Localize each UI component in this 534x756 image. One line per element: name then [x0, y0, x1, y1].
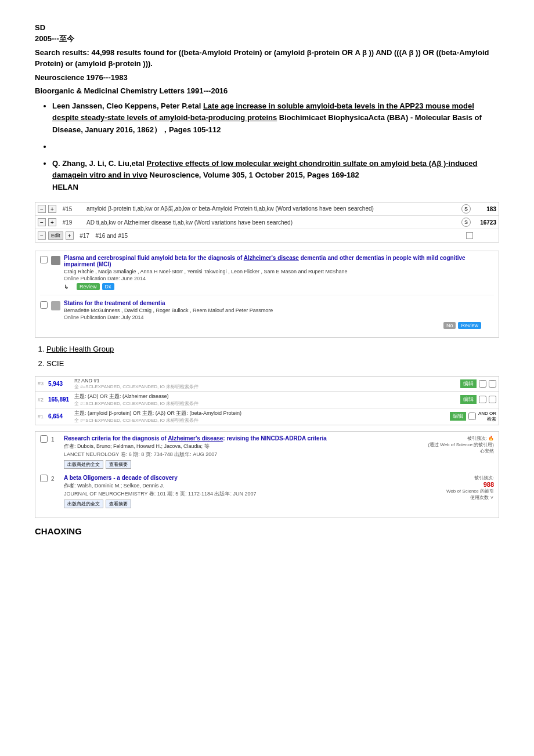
scie-result-chk-1[interactable]	[40, 435, 48, 443]
minus-btn-17[interactable]: −	[38, 231, 46, 240]
authors-1: Leen Janssen, Cleo Keppens, Peter P.etal	[52, 102, 203, 110]
scie-count-2: 165,891	[48, 396, 74, 403]
scie-cite-2: 被引频次: 988 Web of Science 的被引 使用次数 ∨	[436, 475, 494, 501]
abstract-btn-2[interactable]: 查看摘要	[106, 500, 131, 508]
and-or-label: AND OR	[478, 411, 496, 416]
tag-review-1: Review	[77, 283, 100, 290]
result-doc-icon-1	[51, 256, 60, 265]
tag-dx-1: Dx	[102, 283, 114, 290]
plus-btn-17[interactable]: +	[66, 231, 74, 240]
scie-results-panel: 1 Research criteria for the diagnosis of…	[35, 431, 499, 518]
scie-side-controls: AND OR 检索	[478, 411, 496, 422]
result-checkbox-1[interactable]	[40, 256, 48, 263]
result-item-2: Statins for the treatment of dementia Be…	[40, 300, 494, 334]
plus-btn-15[interactable]: +	[48, 205, 56, 213]
search-results: Search results: 44,998 results found for…	[35, 47, 499, 70]
row-num-17: #17	[76, 233, 93, 239]
scie-result-content-2: A beta Oligomers - a decade of discovery…	[64, 475, 432, 508]
scie-row-1: #1 6,654 主题: (amyloid β-protein) OR 主题: …	[35, 408, 499, 425]
scie-cite-1: 被引频次: 🔥 (通过 Web of Science 的被引用) 心安然	[428, 435, 494, 454]
result-checkbox-2[interactable]	[40, 301, 48, 309]
row-query-15: amyloid β-protein ti,ab,kw or Aβ蛋,ab,kw …	[84, 205, 461, 213]
scie-row-2: #2 165,891 主题: (AD) OR 主题: (Alzheimer di…	[35, 392, 499, 408]
scie-result-btns-2: 出版商处的全文 查看摘要	[64, 500, 432, 508]
scie-result-item-1: 1 Research criteria for the diagnosis of…	[40, 435, 494, 469]
scie-chk-2b[interactable]	[489, 396, 496, 403]
chaoxing-label: CHAOXING	[35, 526, 499, 536]
minus-btn-15[interactable]: −	[38, 205, 46, 213]
database-list: Public Health Group SCIE	[46, 343, 499, 370]
cursor-icon-1: ↳	[64, 284, 73, 290]
scie-chk-3b[interactable]	[489, 380, 496, 388]
row-controls-19: − + #19	[38, 218, 84, 226]
scie-query-2: 主题: (AD) OR 主题: (Alzheimer disease)全 #=S…	[74, 393, 458, 407]
list-item-empty	[52, 141, 499, 153]
neuroscience-label: Neuroscience 1976---1983	[35, 72, 499, 84]
scie-chk-3[interactable]	[479, 380, 486, 388]
cite-user-1: 心安然	[480, 448, 494, 454]
match-label: 检索	[487, 416, 496, 422]
scie-num-2: #2	[38, 397, 48, 403]
full-text-btn-2[interactable]: 出版商处的全文	[64, 500, 103, 508]
scie-result-btns-1: 出版商处的全文 查看摘要	[64, 460, 424, 469]
abstract-btn-1[interactable]: 查看摘要	[106, 460, 131, 469]
row-controls-15: − + #15	[38, 205, 84, 213]
cite-user-2: 使用次数 ∨	[470, 494, 494, 501]
scie-result-num-1: 1	[51, 436, 60, 443]
plus-btn-19[interactable]: +	[48, 218, 56, 226]
scie-count-3: 5,943	[48, 381, 74, 387]
header-section: SD 2005---至今 Search results: 44,998 resu…	[35, 23, 499, 97]
sd-label: SD	[35, 23, 499, 32]
full-text-btn-1[interactable]: 出版商处的全文	[64, 460, 103, 469]
scie-result-item-2: 2 A beta Oligomers - a decade of discove…	[40, 475, 494, 508]
scie-edit-btn-2[interactable]: 编辑	[460, 395, 477, 404]
public-health-link[interactable]: Public Health Group	[46, 345, 114, 353]
scie-chk-1[interactable]	[468, 413, 476, 420]
scie-edit-btn-3[interactable]: 编辑	[460, 379, 477, 388]
list-item-scie: SCIE	[46, 358, 499, 370]
scie-num-1: #1	[38, 414, 48, 419]
scie-result-journal-1: LANCET NEUROLOGY 卷: 6 期: 8 页: 734-748 出版…	[64, 451, 424, 458]
journal-3: Neuroscience, Volume 305, 1 October 2015…	[150, 171, 359, 179]
row-controls-17: − Edit + #17	[38, 231, 93, 240]
search-row-15: − + #15 amyloid β-protein ti,ab,kw or Aβ…	[35, 202, 499, 216]
result-item-1: Plasma and cerebrospinal fluid amyloid b…	[40, 255, 494, 295]
row-query-19: AD ti,ab,kw or Alzheimer disease ti,ab,k…	[84, 219, 461, 226]
row-circle-15: S	[461, 204, 471, 214]
tag-blue-review-2: Review	[458, 322, 481, 329]
list-item-public-health: Public Health Group	[46, 343, 499, 356]
scie-label: SCIE	[46, 359, 64, 368]
scie-count-1: 6,654	[48, 413, 74, 419]
row-num-15: #15	[59, 206, 76, 212]
cochrane-results-panel: Plasma and cerebrospinal fluid amyloid b…	[35, 251, 499, 338]
scie-chk-2[interactable]	[479, 396, 486, 403]
row-circle-19: S	[461, 218, 471, 227]
result-tags-1: Review Dx	[77, 283, 114, 290]
bioorganic-label: Bioorganic & Medicinal Chemistry Letters…	[35, 85, 499, 97]
date-range: 2005---至今	[35, 33, 499, 45]
edit-btn-17[interactable]: Edit	[48, 231, 63, 240]
cite-source-1: (通过 Web of Science 的被引用)	[428, 442, 494, 448]
result-date-2: Online Publication Date: July 2014	[64, 314, 481, 320]
scie-edit-btn-1[interactable]: 编辑	[450, 412, 466, 421]
list-item-3: Q. Zhang, J. Li, C. Liu,etal Protective …	[52, 158, 499, 194]
scie-search-panel: #3 5,943 #2 AND #1全 #=SCI-EXPANDED, CCI-…	[35, 376, 499, 425]
search-row-19: − + #19 AD ti,ab,kw or Alzheimer disease…	[35, 216, 499, 229]
cite-label-1: 被引频次: 🔥	[467, 435, 494, 442]
article-list: Leen Janssen, Cleo Keppens, Peter P.etal…	[52, 100, 499, 194]
result-authors-1: Craig Ritchie , Nadja Smaliagie , Anna H…	[64, 269, 494, 274]
cite-count-2: 988	[484, 481, 494, 488]
search-row-17: − Edit + #17 #16 and #15	[35, 229, 499, 242]
checkbox-17[interactable]	[466, 232, 473, 239]
result-tags-2: No Review	[64, 322, 481, 329]
result-title-1: Plasma and cerebrospinal fluid amyloid b…	[64, 255, 494, 267]
scie-result-num-2: 2	[51, 476, 60, 482]
scie-result-chk-2[interactable]	[40, 475, 48, 482]
scie-row-3: #3 5,943 #2 AND #1全 #=SCI-EXPANDED, CCI-…	[35, 377, 499, 392]
row-count-19: 16723	[473, 219, 496, 226]
minus-btn-19[interactable]: −	[38, 218, 46, 226]
cochrane-search-panel: − + #15 amyloid β-protein ti,ab,kw or Aβ…	[35, 202, 499, 243]
result-title-2: Statins for the treatment of dementia	[64, 300, 481, 306]
scie-query-3: #2 AND #1全 #=SCI-EXPANDED, CCI-EXPANDED,…	[74, 378, 458, 390]
helan-label: HELAN	[52, 183, 78, 191]
